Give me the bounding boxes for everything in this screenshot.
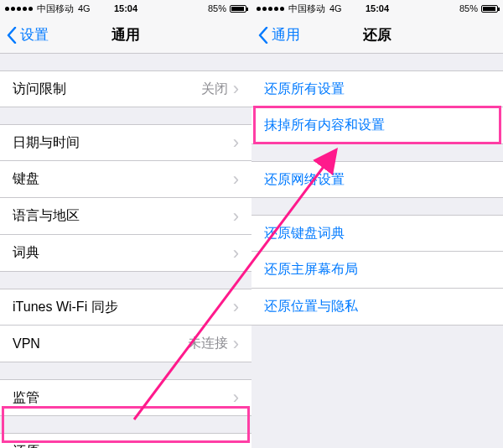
content[interactable]: 还原所有设置 抹掉所有内容和设置 还原网络设置 还原键盘词典 还原主屏幕布局 还… (252, 54, 503, 448)
row-label: 键盘 (13, 170, 233, 188)
content[interactable]: 访问限制 关闭 › 日期与时间 › 键盘 › 语言与地区 › 词典 › iTun… (0, 54, 252, 448)
row-language-region[interactable]: 语言与地区 › (0, 198, 252, 235)
chevron-right-icon: › (233, 207, 239, 226)
chevron-right-icon: › (233, 133, 239, 152)
battery-pct: 85% (459, 3, 478, 13)
row-vpn[interactable]: VPN 未连接 › (0, 326, 252, 362)
row-label: 语言与地区 (13, 207, 233, 225)
row-label: 监管 (13, 389, 233, 407)
row-label: 还原键盘词典 (264, 225, 490, 242)
left-screen: 中国移动 4G 15:04 85% 设置 通用 访问限制 关闭 › 日期与时间 … (0, 0, 252, 448)
signal-dots-icon (257, 7, 284, 11)
row-label: 日期与时间 (13, 134, 233, 152)
row-label: 还原位置与隐私 (264, 298, 490, 315)
row-profiles[interactable]: 监管 › (0, 379, 252, 416)
row-access-restrictions[interactable]: 访问限制 关闭 › (0, 70, 252, 107)
chevron-right-icon: › (233, 244, 239, 263)
chevron-right-icon: › (233, 170, 239, 189)
row-detail: 未连接 (188, 335, 228, 352)
nav-bar: 通用 还原 (252, 17, 503, 54)
battery-pct: 85% (208, 3, 226, 13)
row-label: 还原所有设置 (264, 81, 490, 98)
chevron-right-icon: › (233, 80, 239, 98)
chevron-right-icon: › (233, 298, 239, 316)
back-button[interactable]: 通用 (258, 25, 300, 44)
row-label: VPN (13, 336, 188, 352)
carrier-label: 中国移动 (288, 3, 325, 15)
back-button[interactable]: 设置 (7, 25, 49, 44)
row-datetime[interactable]: 日期与时间 › (0, 124, 252, 161)
nav-bar: 设置 通用 (0, 17, 252, 54)
row-label: 抹掉所有内容和设置 (264, 117, 490, 134)
chevron-left-icon (7, 27, 17, 44)
row-label: 还原 (13, 443, 233, 449)
network-label: 4G (329, 3, 342, 13)
battery-icon (230, 5, 246, 13)
page-title: 通用 (111, 25, 140, 44)
network-label: 4G (78, 3, 91, 13)
chevron-right-icon: › (233, 388, 239, 407)
row-dictionary[interactable]: 词典 › (0, 235, 252, 272)
chevron-left-icon (258, 27, 268, 44)
row-keyboard[interactable]: 键盘 › (0, 161, 252, 198)
back-label: 设置 (20, 25, 49, 44)
chevron-right-icon: › (233, 335, 239, 353)
row-reset-all-settings[interactable]: 还原所有设置 (252, 70, 503, 107)
page-title: 还原 (363, 25, 392, 44)
chevron-right-icon: › (233, 442, 239, 448)
row-reset[interactable]: 还原 › (0, 433, 252, 448)
row-reset-home-layout[interactable]: 还原主屏幕布局 (252, 252, 503, 289)
row-label: 还原网络设置 (264, 171, 490, 189)
row-reset-keyboard-dict[interactable]: 还原键盘词典 (252, 215, 503, 252)
row-detail: 关闭 (201, 81, 228, 98)
row-label: 还原主屏幕布局 (264, 261, 490, 279)
status-time: 15:04 (114, 3, 137, 13)
status-time: 15:04 (366, 3, 389, 13)
row-label: 词典 (13, 244, 233, 262)
row-erase-all-content[interactable]: 抹掉所有内容和设置 (252, 107, 503, 144)
back-label: 通用 (272, 25, 300, 44)
status-bar: 中国移动 4G 15:04 85% (252, 0, 503, 17)
row-reset-network[interactable]: 还原网络设置 (252, 161, 503, 198)
carrier-label: 中国移动 (37, 3, 74, 15)
row-reset-location-privacy[interactable]: 还原位置与隐私 (252, 289, 503, 326)
row-itunes-wifi-sync[interactable]: iTunes Wi-Fi 同步 › (0, 289, 252, 326)
right-screen: 中国移动 4G 15:04 85% 通用 还原 还原所有设置 抹掉所有内容和设置… (252, 0, 503, 448)
row-label: iTunes Wi-Fi 同步 (13, 299, 233, 316)
battery-icon (481, 5, 498, 13)
row-label: 访问限制 (13, 81, 201, 98)
signal-dots-icon (5, 7, 33, 11)
status-bar: 中国移动 4G 15:04 85% (0, 0, 252, 17)
